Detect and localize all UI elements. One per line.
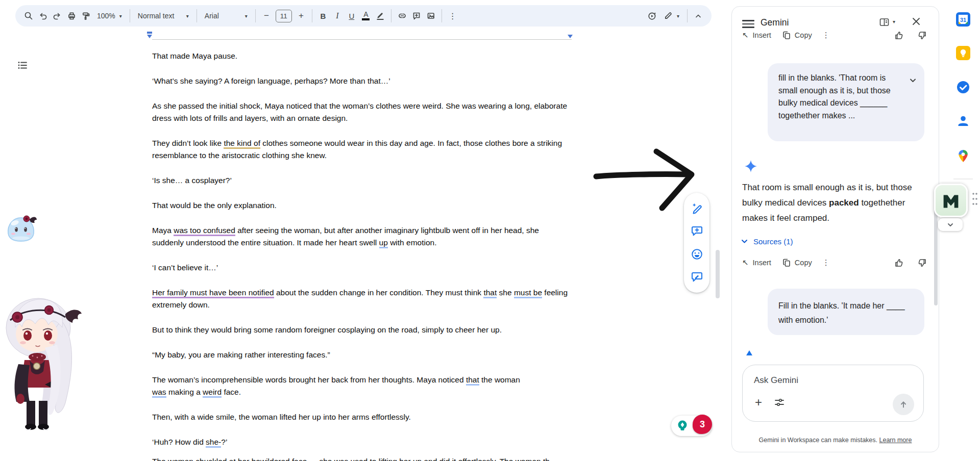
highlight-color-icon[interactable] <box>373 9 387 23</box>
insert-button[interactable]: ↖Insert <box>742 31 771 40</box>
learn-more-link[interactable]: Learn more <box>879 437 912 444</box>
close-icon[interactable] <box>911 16 922 29</box>
hide-menus-icon[interactable] <box>691 9 705 23</box>
print-icon[interactable] <box>64 9 79 23</box>
svg-text:31: 31 <box>960 17 966 23</box>
more-options-button[interactable]: ⋮ <box>446 9 460 23</box>
paragraph[interactable]: The woman’s incomprehensible words broug… <box>152 374 571 398</box>
toolbar-divider <box>687 9 688 22</box>
redo-icon[interactable] <box>50 9 64 23</box>
thumbs-down-icon[interactable] <box>917 31 927 40</box>
paragraph[interactable]: ‘Is she… a cosplayer?’ <box>152 174 571 187</box>
send-button[interactable] <box>893 394 914 415</box>
paragraph[interactable]: That would be the only explanation. <box>152 199 571 212</box>
paragraph[interactable]: They didn’t look like the kind of clothe… <box>152 137 571 162</box>
paragraph[interactable]: That made Maya pause. <box>152 50 571 62</box>
paragraph[interactable]: ‘I can’t believe it…’ <box>152 262 571 274</box>
decrease-font-size-button[interactable]: − <box>259 9 274 23</box>
more-options-icon[interactable]: ⋮ <box>822 258 830 267</box>
google-maps-icon[interactable] <box>956 149 970 163</box>
font-select[interactable]: Arial▾ <box>201 9 252 23</box>
paragraph[interactable]: ‘What’s she saying? A foreign language, … <box>152 75 571 87</box>
insert-image-icon[interactable] <box>424 9 438 23</box>
menu-icon[interactable] <box>742 18 754 28</box>
anime-girl-character-image <box>0 279 88 432</box>
chevron-down-icon[interactable]: ▾ <box>893 19 895 24</box>
feedback-buttons <box>894 31 927 40</box>
emoji-reaction-icon[interactable] <box>691 248 703 261</box>
zoom-select[interactable]: 100%▾ <box>93 9 126 23</box>
copy-button[interactable]: Copy <box>782 259 812 267</box>
suggest-edits-icon[interactable] <box>691 271 703 284</box>
first-line-indent-marker[interactable] <box>147 32 152 34</box>
document-paragraphs[interactable]: That made Maya pause.‘What’s she saying?… <box>152 50 571 461</box>
slideshow-timer-icon[interactable] <box>645 9 659 23</box>
outline-list-icon <box>17 60 28 71</box>
sources-toggle[interactable]: Sources (1) <box>741 237 793 246</box>
toolbar-divider <box>312 9 312 22</box>
paragraph[interactable]: Then, with a wide smile, the woman lifte… <box>152 411 571 423</box>
slime-character-image <box>5 214 37 244</box>
grammar-checker-badge[interactable]: 3 <box>671 416 712 436</box>
paragraph[interactable]: As she passed the initial shock, Maya no… <box>152 100 571 124</box>
user-prompt-bubble: fill in the blanks. 'That room is small … <box>768 63 924 141</box>
paragraph[interactable]: The woman chuckled at her bewildered fac… <box>152 455 571 461</box>
document-outline-button[interactable] <box>11 54 34 76</box>
panel-layout-icon[interactable] <box>879 17 890 30</box>
help-me-write-icon[interactable] <box>691 202 703 215</box>
editing-mode-select[interactable]: ▾ <box>659 9 683 23</box>
chevron-down-icon <box>741 238 748 245</box>
undo-icon[interactable] <box>36 9 50 23</box>
google-calendar-icon[interactable]: 31 <box>956 12 970 27</box>
add-comment-icon[interactable] <box>691 225 703 238</box>
add-comment-icon[interactable] <box>409 9 424 23</box>
google-keep-icon[interactable] <box>956 46 970 60</box>
tune-icon[interactable] <box>774 397 785 409</box>
text-color-button[interactable]: A <box>359 9 373 23</box>
ruler <box>152 39 572 40</box>
italic-button[interactable]: I <box>330 9 345 23</box>
thumbs-down-icon[interactable] <box>917 258 927 268</box>
google-tasks-icon[interactable] <box>956 80 970 94</box>
paragraph[interactable]: ‘Huh? How did she-?’ <box>152 436 571 448</box>
drag-handle-icon[interactable] <box>971 191 978 209</box>
search-icon[interactable] <box>21 9 36 23</box>
extension-button[interactable] <box>934 184 968 217</box>
insert-button[interactable]: ↖Insert <box>742 258 771 267</box>
paragraph[interactable]: Her family must have been notified about… <box>152 287 571 311</box>
insert-arrow-icon: ↖ <box>742 258 749 267</box>
gemini-side-panel: Gemini ▾ ↖Insert Copy ⋮ fill in the blan… <box>731 6 939 452</box>
copy-button[interactable]: Copy <box>782 31 812 39</box>
more-options-icon[interactable]: ⋮ <box>822 31 830 40</box>
response-action-row: ↖Insert Copy ⋮ <box>742 29 927 41</box>
underline-button[interactable]: U <box>345 9 359 23</box>
thumbs-up-icon[interactable] <box>894 31 904 40</box>
toolbar-divider <box>391 9 391 22</box>
paragraph[interactable]: But to think they would bring some rando… <box>152 324 571 336</box>
user-prompt-text: Fill in the blanks. 'It made her ____ wi… <box>778 301 905 324</box>
gemini-sparkle-icon <box>744 160 757 173</box>
thumbs-up-icon[interactable] <box>894 258 904 268</box>
font-size-input[interactable]: 11 <box>276 10 292 22</box>
gemini-disclaimer: Gemini in Workspace can make mistakes. L… <box>732 437 939 444</box>
margin-action-pill <box>684 193 709 293</box>
increase-font-size-button[interactable]: + <box>294 9 308 23</box>
panel-title: Gemini <box>761 17 789 28</box>
chevron-down-icon: ▾ <box>186 13 189 19</box>
right-indent-marker[interactable] <box>568 35 573 38</box>
extension-collapse-button[interactable] <box>938 218 963 231</box>
paragraph[interactable]: Maya was too confused after seeing the w… <box>152 224 571 249</box>
bold-button[interactable]: B <box>316 9 330 23</box>
attach-button[interactable]: + <box>751 395 766 410</box>
error-count-badge: 3 <box>693 415 712 434</box>
expand-chevron-icon[interactable] <box>909 75 917 88</box>
paint-format-icon[interactable] <box>79 9 93 23</box>
lightbulb-icon <box>675 419 690 433</box>
ask-gemini-input[interactable]: Ask Gemini + <box>742 365 924 422</box>
left-indent-marker[interactable] <box>147 35 152 38</box>
document-scrollbar[interactable] <box>716 250 720 298</box>
insert-link-icon[interactable] <box>395 9 409 23</box>
google-contacts-icon[interactable] <box>956 114 970 128</box>
paragraph-style-select[interactable]: Normal text▾ <box>134 9 193 23</box>
paragraph[interactable]: “My baby, you are making rather interest… <box>152 349 571 361</box>
